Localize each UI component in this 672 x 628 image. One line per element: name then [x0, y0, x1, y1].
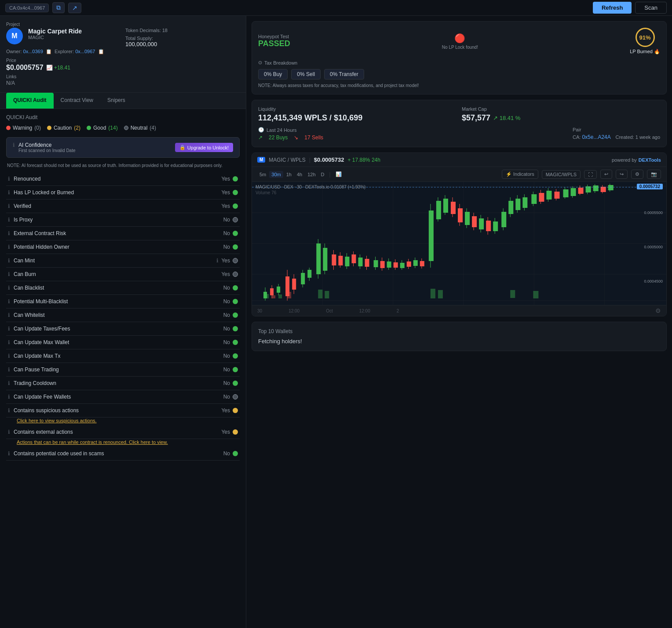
row-left: ℹ Can Burn: [8, 271, 221, 277]
row-left: ℹ External Contract Risk: [8, 230, 223, 236]
row-value: No: [223, 217, 230, 223]
fullscreen-btn[interactable]: ⛶: [584, 170, 597, 179]
date-2: 2: [397, 309, 399, 313]
row-name: Can Update Fee Wallets: [14, 394, 71, 400]
row-right: Yes: [221, 176, 238, 182]
row-value: No: [223, 380, 230, 386]
project-header: M Magic Carpet Ride MAGIC: [6, 28, 125, 44]
time-1h[interactable]: 1h: [284, 171, 294, 178]
audit-rows-container: ℹ Renounced Yes ℹ Has LP Locked or Burne…: [6, 172, 240, 461]
time-4h[interactable]: 4h: [295, 171, 304, 178]
row-info-icon: ℹ: [8, 230, 10, 236]
row-info-icon: ℹ: [8, 394, 10, 400]
pair-selector-btn[interactable]: MAGIC/WPLS: [542, 170, 581, 179]
share-icon-btn[interactable]: ↗: [68, 3, 81, 13]
date-1200-2: 12:00: [359, 309, 370, 313]
audit-row: ℹ Can Blacklist No: [6, 281, 240, 295]
dot-neutral: [124, 126, 128, 130]
row-value: No: [223, 298, 230, 305]
svg-rect-106: [265, 294, 269, 298]
row-name: Can Pause Trading: [14, 367, 59, 373]
row-info-icon: ℹ: [8, 380, 10, 386]
refresh-button[interactable]: Refresh: [593, 2, 632, 14]
suspicious-link[interactable]: Click here to view suspicious actions.: [17, 418, 97, 423]
audit-row: ℹ Potential Hidden Owner No: [6, 240, 240, 254]
wallets-fetching: Fetching holders!: [258, 338, 660, 345]
tab-snipers[interactable]: Snipers: [100, 93, 132, 109]
top-bar-left: CA:0x4c4...0967 ⧉ ↗: [5, 2, 81, 13]
chart-time-bar: 5m 30m 1h 4h 12h D | 📊 ⚡ Indicators MAGI…: [252, 167, 666, 182]
price-label-1: 0.0005500: [644, 209, 663, 215]
suspicious-link[interactable]: Actions that can be ran while contract i…: [17, 439, 168, 445]
pair-ca-link[interactable]: 0x5e...A24A: [582, 134, 610, 140]
row-status-dot: [233, 451, 238, 456]
row-status-dot: [233, 367, 238, 372]
pair-created: Created: 1 week ago: [615, 134, 660, 140]
audit-row: ℹ Trading Cooldown No: [6, 377, 240, 390]
row-left: ℹ Can Blacklist: [8, 285, 223, 291]
chart-info-overlay: MAGIC/USD · DEX · 30 · DEXTools.io 0.010…: [256, 185, 365, 195]
row-value: Yes: [221, 258, 230, 264]
row-status-dot: [233, 429, 238, 435]
caution-label: Caution: [54, 125, 72, 131]
good-count: (14): [108, 125, 117, 131]
row-right: No: [223, 312, 238, 318]
top-bar: CA:0x4c4...0967 ⧉ ↗ Refresh Scan: [0, 0, 672, 16]
ai-confidence-bar: ℹ AI Confidence First scanned on Invalid…: [6, 137, 240, 158]
time-d[interactable]: D: [319, 171, 327, 178]
settings-btn[interactable]: ⚙: [631, 170, 643, 179]
undo-btn[interactable]: ↩: [600, 170, 612, 179]
svg-rect-89: [546, 191, 551, 200]
time-30m[interactable]: 30m: [269, 171, 283, 178]
svg-rect-43: [380, 261, 385, 268]
row-right: No: [223, 244, 238, 250]
time-12h[interactable]: 12h: [305, 171, 318, 178]
time-5m[interactable]: 5m: [257, 171, 268, 178]
redo-btn[interactable]: ↪: [616, 170, 628, 179]
tabs-bar: QUICKI Audit Contract View Snipers: [0, 93, 246, 109]
audit-title: QUICKI Audit: [6, 114, 240, 120]
screenshot-btn[interactable]: 📷: [647, 170, 661, 179]
audit-panel: QUICKI Audit Warning (0) Caution (2) Goo…: [0, 109, 246, 628]
audit-note: NOTE: AI forecast should not be used as …: [6, 163, 240, 168]
svg-rect-49: [400, 263, 405, 268]
audit-row: ℹ Renounced Yes: [6, 172, 240, 186]
row-right: Yes: [221, 189, 238, 196]
copy-icon-btn[interactable]: ⧉: [52, 2, 65, 13]
svg-rect-41: [374, 260, 378, 267]
svg-rect-111: [325, 291, 329, 298]
row-left: ℹ Renounced: [8, 176, 221, 182]
liquidity-card: Liquidity 112,415,349 WPLS / $10,699 Mar…: [252, 100, 667, 147]
row-name: Can Blacklist: [14, 285, 44, 291]
chart-right-controls: powered by DEXTools: [612, 157, 661, 163]
tab-quicki-audit[interactable]: QUICKI Audit: [6, 93, 54, 109]
chart-grid-icon[interactable]: ⚙: [655, 307, 661, 314]
audit-row: ℹ Can Update Max Tx No: [6, 349, 240, 363]
date-1200-1: 12:00: [289, 309, 299, 313]
row-left: ℹ Potential Hidden Owner: [8, 244, 223, 250]
svg-rect-39: [365, 259, 369, 267]
row-status-dot: [233, 408, 238, 413]
row-info-icon: ℹ: [8, 450, 10, 457]
liquidity-label: Liquidity: [258, 106, 457, 112]
pair-label-text: Pair: [573, 127, 660, 132]
candlestick-btn[interactable]: 📊: [333, 171, 344, 178]
warning-count: (0): [34, 125, 41, 131]
svg-rect-51: [407, 261, 411, 267]
tab-contract-view[interactable]: Contract View: [54, 93, 100, 109]
project-name: Magic Carpet Ride: [28, 28, 125, 35]
owner-link[interactable]: 0x...0369: [23, 49, 43, 54]
wallets-card: Top 10 Wallets Fetching holders!: [252, 322, 667, 351]
left-panel: Project M Magic Carpet Ride MAGIC Owner:…: [0, 16, 246, 628]
row-name: Has LP Locked or Burned: [14, 189, 74, 196]
scan-button[interactable]: Scan: [635, 2, 667, 14]
indicators-btn[interactable]: ⚡ Indicators: [502, 170, 538, 179]
row-right: No: [223, 217, 238, 223]
upgrade-button[interactable]: 🔒 Upgrade to Unlock!: [175, 143, 233, 152]
svg-rect-21: [301, 273, 305, 284]
audit-row: ℹ External Contract Risk No: [6, 227, 240, 240]
dot-caution: [47, 126, 51, 130]
row-left: ℹ Contains potential code used in scams: [8, 450, 223, 457]
audit-row: ℹ Potential Multi-Blacklist No: [6, 295, 240, 309]
explorer-link[interactable]: 0x...0967: [75, 49, 95, 54]
